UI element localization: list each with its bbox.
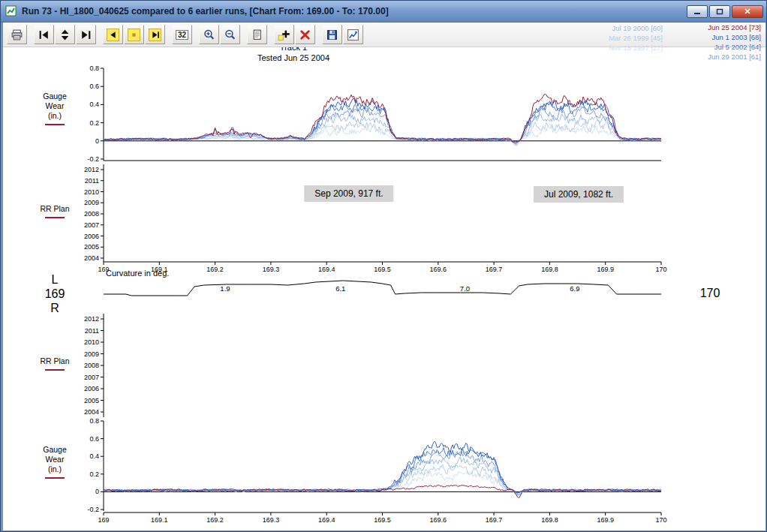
printer-icon bbox=[11, 29, 23, 41]
next-exception-button[interactable] bbox=[145, 25, 165, 44]
add-icon bbox=[278, 29, 290, 41]
zoom-in-icon bbox=[203, 29, 215, 41]
close-button[interactable] bbox=[732, 5, 763, 18]
window-title: Run 73 - HI_1800_040625 compared to 6 ea… bbox=[22, 6, 685, 17]
chart-count-button[interactable]: 32 bbox=[172, 25, 192, 44]
series-color-swatch bbox=[45, 217, 65, 218]
prev-exception-button[interactable] bbox=[103, 25, 123, 44]
zoom-out-button[interactable] bbox=[220, 25, 240, 44]
legend-entry: Nov 18 1997 [27] bbox=[556, 43, 663, 53]
app-icon bbox=[5, 5, 17, 17]
copy-chart-button[interactable] bbox=[247, 25, 267, 44]
zoom-in-button[interactable] bbox=[199, 25, 219, 44]
maximize-icon bbox=[716, 8, 723, 15]
rr-plan-annotation: Sep 2009, 917 ft. bbox=[304, 185, 393, 202]
exception-marker-button[interactable] bbox=[124, 25, 144, 44]
close-icon bbox=[744, 8, 751, 15]
titlebar[interactable]: Run 73 - HI_1800_040625 compared to 6 ea… bbox=[1, 1, 767, 23]
save-button[interactable] bbox=[322, 25, 342, 44]
zoom-out-icon bbox=[224, 29, 236, 41]
step-back-icon bbox=[38, 29, 50, 41]
legend-recent-runs: Jun 25 2004 [73]Jun 1 2003 [68]Jul 5 200… bbox=[661, 23, 761, 62]
legend-older-runs: Jul 19 2000 [60]Mar 26 1999 [45]Nov 18 1… bbox=[556, 23, 663, 53]
chart-icon bbox=[347, 29, 359, 41]
rr-plan-label-top: RR Plan bbox=[25, 204, 85, 218]
maximize-button[interactable] bbox=[709, 5, 730, 18]
legend-entry: Jul 5 2002 [64] bbox=[661, 42, 761, 52]
series-color-swatch bbox=[45, 369, 65, 371]
app-window: 0.80.60.40.20-0.220122011201020092008200… bbox=[0, 0, 767, 532]
tested-date-label: Tested Jun 25 2004 bbox=[257, 53, 329, 62]
right-mile-marker: 170 bbox=[687, 286, 732, 300]
step-back-button[interactable] bbox=[34, 25, 54, 44]
delete-icon bbox=[299, 29, 311, 41]
legend-entry: Jun 1 2003 [68] bbox=[661, 32, 761, 42]
swap-arrows-icon bbox=[59, 29, 71, 41]
gauge-wear-label-top: Gauge Wear (in.) bbox=[25, 92, 85, 125]
rr-plan-annotation: Jul 2009, 1082 ft. bbox=[534, 186, 624, 203]
marker-icon bbox=[128, 29, 140, 41]
minimize-icon bbox=[693, 8, 701, 15]
chart-count-label: 32 bbox=[176, 30, 188, 40]
add-marker-button[interactable] bbox=[274, 25, 294, 44]
series-color-swatch bbox=[45, 124, 65, 125]
step-forward-button[interactable] bbox=[76, 25, 96, 44]
chart-background bbox=[3, 47, 765, 530]
swap-direction-button[interactable] bbox=[55, 25, 75, 44]
print-button[interactable] bbox=[7, 25, 27, 44]
step-forward-icon bbox=[80, 29, 92, 41]
minimize-button[interactable] bbox=[687, 5, 708, 18]
export-chart-button[interactable] bbox=[343, 25, 363, 44]
legend-entry: Jun 29 2001 [61] bbox=[661, 52, 761, 62]
series-color-swatch bbox=[45, 477, 65, 479]
legend-entry: Jun 25 2004 [73] bbox=[661, 23, 761, 32]
next-exception-icon bbox=[149, 29, 161, 41]
rr-plan-label-bottom: RR Plan bbox=[25, 356, 85, 371]
prev-exception-icon bbox=[107, 29, 119, 41]
delete-marker-button[interactable] bbox=[295, 25, 315, 44]
legend-entry: Mar 26 1999 [45] bbox=[556, 33, 663, 43]
left-mile-marker: L 169 R bbox=[31, 272, 79, 315]
save-icon bbox=[326, 29, 338, 41]
legend-entry: Jul 19 2000 [60] bbox=[556, 23, 663, 33]
gauge-wear-label-bottom: Gauge Wear (in.) bbox=[25, 445, 85, 479]
document-icon bbox=[251, 29, 263, 41]
